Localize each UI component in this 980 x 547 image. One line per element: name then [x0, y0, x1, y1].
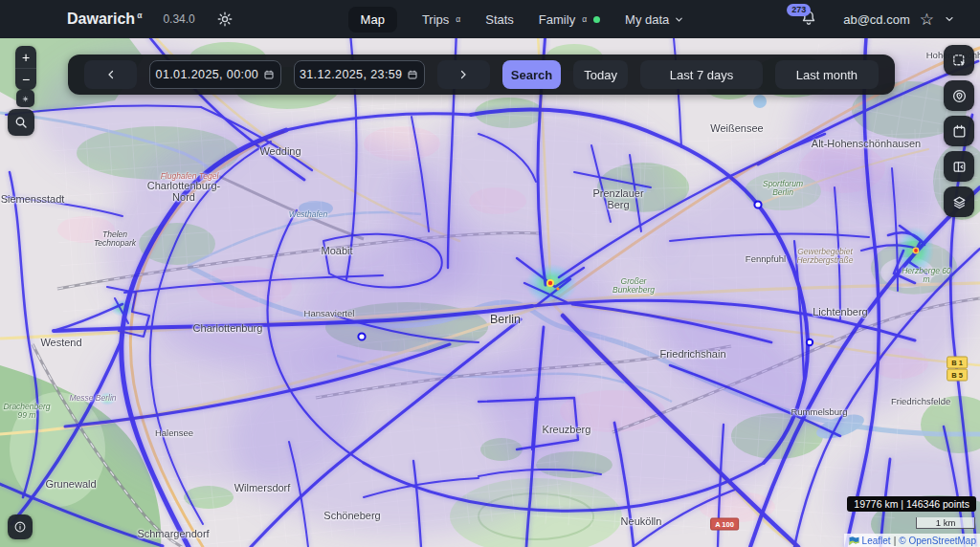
alpha-badge: α [137, 11, 142, 20]
map-info-button[interactable] [8, 514, 33, 539]
notification-count-badge: 273 [787, 4, 811, 16]
date-filter-bar: 01.01.2025, 00:00 31.12.2025, 23:59 Sear… [68, 55, 895, 95]
alpha-badge: α [582, 14, 587, 24]
theme-toggle-sun-icon[interactable] [216, 11, 234, 28]
zoom-out-button[interactable]: − [15, 68, 36, 90]
settings-icon [22, 93, 29, 105]
search-icon [13, 115, 29, 130]
search-button[interactable]: Search [502, 60, 561, 89]
chevron-down-icon [674, 14, 684, 25]
leaflet-link[interactable]: Leaflet [862, 536, 891, 546]
leaflet-flag-icon [849, 536, 859, 545]
chevron-left-icon [105, 69, 117, 80]
star-icon[interactable]: ☆ [920, 11, 934, 28]
track-stats-badge: 19776 km | 146346 points [847, 496, 976, 512]
last-month-button[interactable]: Last month [775, 60, 879, 89]
select-area-button[interactable] [944, 45, 974, 76]
calendar-button[interactable] [944, 116, 974, 146]
map-search-button[interactable] [8, 109, 34, 136]
notifications-button[interactable]: 273 [799, 9, 820, 30]
layers-button[interactable] [944, 186, 974, 217]
nav-item-my-data[interactable]: My data [625, 12, 684, 27]
calendar-icon [263, 69, 275, 80]
main-nav: Map Tripsα Stats Familyα My data [234, 7, 799, 33]
end-datetime-input[interactable]: 31.12.2025, 23:59 [294, 60, 425, 89]
top-navbar: Dawarichα 0.34.0 Map Tripsα Stats Family… [0, 0, 980, 38]
start-datetime-input[interactable]: 01.01.2025, 00:00 [149, 60, 280, 89]
chevron-right-icon [457, 69, 469, 80]
attribution-separator: | [894, 536, 897, 546]
map-right-toolbar [944, 45, 974, 217]
map-scale-bar: 1 km [916, 517, 975, 529]
app-logo[interactable]: Dawarichα [67, 11, 142, 28]
last-7-days-button[interactable]: Last 7 days [640, 60, 763, 89]
zoom-control: + − [15, 46, 36, 90]
map-attribution: Leaflet | © OpenStreetMap [844, 534, 980, 547]
today-button[interactable]: Today [573, 60, 628, 89]
visits-button[interactable] [944, 80, 974, 111]
dawarich-app: Siemensstadt Westend Charlottenburg-Nord… [0, 0, 980, 547]
zoom-in-button[interactable]: + [15, 46, 36, 68]
app-version: 0.34.0 [163, 12, 194, 26]
layers-icon [951, 194, 968, 210]
openstreetmap-link[interactable]: © OpenStreetMap [899, 536, 976, 546]
sidebar-toggle-icon [951, 159, 968, 175]
account-email[interactable]: ab@cd.com [843, 12, 910, 27]
next-period-button[interactable] [437, 60, 490, 89]
map-settings-button[interactable] [16, 90, 34, 107]
nav-item-map[interactable]: Map [348, 7, 397, 33]
info-icon [13, 519, 27, 535]
nav-item-trips[interactable]: Tripsα [422, 12, 460, 27]
alpha-badge: α [456, 14, 460, 24]
calendar-icon [407, 69, 418, 80]
calendar-icon [951, 123, 968, 140]
chevron-down-icon[interactable] [944, 13, 955, 25]
visits-icon [951, 88, 968, 104]
previous-period-button[interactable] [84, 60, 137, 89]
nav-item-family[interactable]: Familyα [539, 12, 600, 27]
nav-item-stats[interactable]: Stats [485, 12, 514, 27]
select-area-icon [951, 53, 968, 69]
sidebar-toggle-button[interactable] [944, 151, 974, 182]
family-status-dot [593, 16, 600, 23]
